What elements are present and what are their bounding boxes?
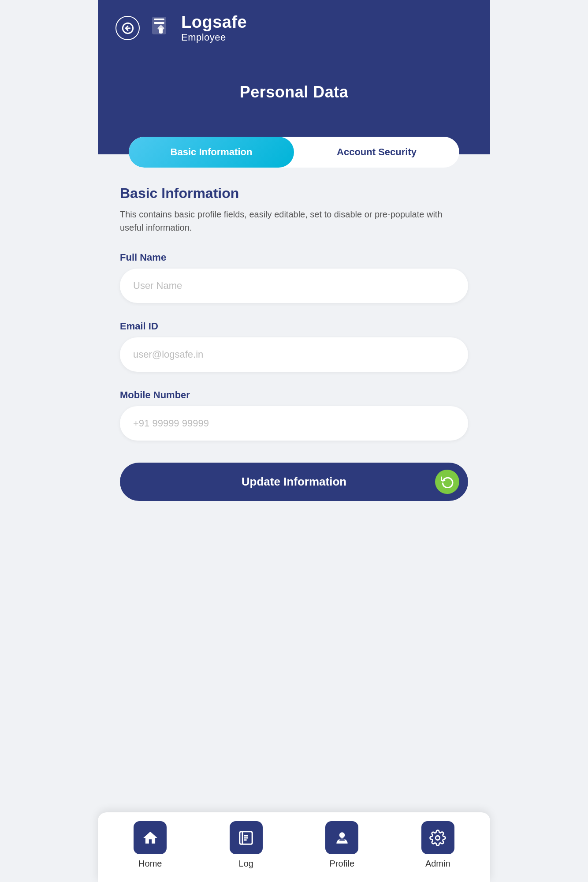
email-label: Email ID [120,321,468,332]
full-name-label: Full Name [120,252,468,263]
nav-admin-label: Admin [425,859,450,869]
svg-rect-8 [339,839,345,841]
logo-icon [149,15,175,41]
profile-icon [334,830,350,846]
logo-name: Logsafe [181,13,247,32]
admin-icon-box [421,821,454,854]
mobile-label: Mobile Number [120,389,468,401]
home-icon [142,830,159,846]
nav-profile[interactable]: Profile [294,821,390,869]
section-title: Basic Information [120,185,468,202]
nav-profile-label: Profile [329,859,354,869]
log-icon-box [230,821,263,854]
tab-basic-information[interactable]: Basic Information [129,137,294,168]
bottom-nav: Home Log Profile [98,812,490,882]
title-section: Personal Data [98,70,490,137]
nav-admin[interactable]: Admin [390,821,486,869]
section-description: This contains basic profile fields, easi… [120,208,468,234]
log-icon [238,830,254,846]
logo-text: Logsafe Employee [181,13,247,43]
profile-icon-box [325,821,358,854]
header: Logsafe Employee [98,0,490,70]
nav-log-label: Log [239,859,253,869]
update-information-button[interactable]: Update Information [120,463,468,501]
email-input[interactable] [120,337,468,372]
full-name-input[interactable] [120,269,468,303]
admin-icon [429,830,446,846]
tab-container: Basic Information Account Security [98,137,490,154]
tab-wrapper: Basic Information Account Security [129,137,459,168]
update-icon [435,470,459,494]
back-button[interactable] [115,16,140,40]
page-title: Personal Data [115,83,473,101]
logo-area: Logsafe Employee [149,13,247,43]
home-icon-box [134,821,167,854]
nav-home[interactable]: Home [102,821,198,869]
svg-point-7 [339,832,345,838]
svg-rect-5 [159,28,163,34]
tab-account-security[interactable]: Account Security [294,137,459,168]
logo-sub: Employee [181,32,247,43]
main-content: Basic Information This contains basic pr… [98,154,490,728]
svg-rect-4 [154,22,164,24]
update-btn-label: Update Information [242,475,346,489]
mobile-input[interactable] [120,406,468,441]
svg-point-9 [436,836,440,840]
svg-rect-3 [154,19,164,20]
nav-log[interactable]: Log [198,821,294,869]
nav-home-label: Home [138,859,162,869]
